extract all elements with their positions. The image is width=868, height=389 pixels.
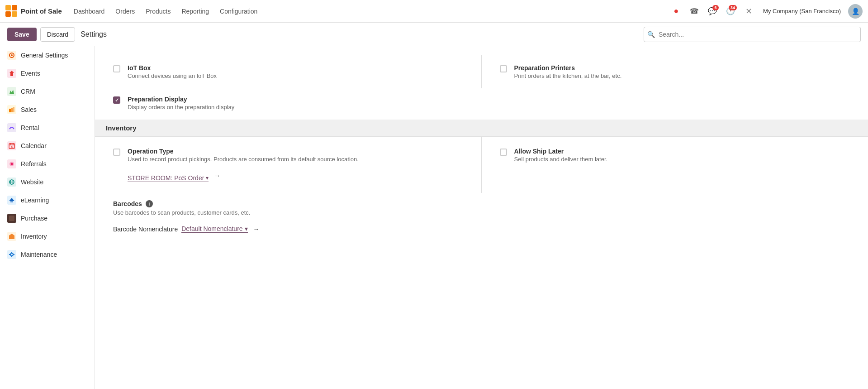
chat-badge: 6 <box>712 5 719 10</box>
svg-marker-22 <box>9 234 14 239</box>
iot-box-label: IoT Box <box>128 64 463 72</box>
sidebar-item-general-settings[interactable]: General Settings <box>0 46 95 64</box>
navbar: Point of Sale Dashboard Orders Products … <box>0 0 868 23</box>
svg-point-23 <box>10 253 13 256</box>
sidebar-item-calendar[interactable]: 31 Calendar <box>0 137 95 155</box>
close-icon[interactable]: ✕ <box>741 4 756 19</box>
svg-rect-2 <box>5 11 11 17</box>
clock-icon[interactable]: 🕐 34 <box>723 4 738 19</box>
iot-box-desc: Connect devices using an IoT Box <box>128 72 463 79</box>
navbar-icons: ● ☎ 💬 6 🕐 34 ✕ My Company (San Francisco… <box>669 4 863 19</box>
nav-dashboard[interactable]: Dashboard <box>69 5 109 18</box>
elearning-icon <box>7 196 16 205</box>
sidebar-label-inventory: Inventory <box>21 233 47 240</box>
phone-icon[interactable]: ☎ <box>687 4 702 19</box>
prep-printers-info: Preparation Printers Print orders at the… <box>514 64 850 79</box>
svg-rect-8 <box>13 107 14 112</box>
sidebar-item-purchase[interactable]: Purchase <box>0 209 95 227</box>
user-avatar[interactable]: 👤 <box>848 4 863 19</box>
barcodes-info-icon[interactable]: i <box>146 200 153 207</box>
sidebar-label-events: Events <box>21 70 40 77</box>
sidebar-label-calendar: Calendar <box>21 142 47 149</box>
rental-icon <box>7 123 16 132</box>
iot-box-checkbox[interactable] <box>113 65 120 72</box>
allow-ship-label: Allow Ship Later <box>514 148 850 155</box>
svg-rect-21 <box>9 216 14 221</box>
chat-icon[interactable]: 💬 6 <box>705 4 720 19</box>
logo-icon <box>5 5 18 18</box>
clock-badge: 34 <box>729 5 737 10</box>
store-room-value: STORE ROOM: PoS Order <box>128 174 204 182</box>
sidebar-item-crm[interactable]: CRM <box>0 82 95 101</box>
svg-rect-3 <box>12 11 17 17</box>
svg-rect-0 <box>5 5 11 10</box>
sidebar-item-inventory[interactable]: Inventory <box>0 227 95 245</box>
dropdown-arrow-icon: ▾ <box>206 175 209 181</box>
top-settings: IoT Box Connect devices using an IoT Box… <box>95 46 868 120</box>
search-bar: 🔍 <box>644 27 861 42</box>
sidebar-label-sales: Sales <box>21 106 37 113</box>
sidebar-item-maintenance[interactable]: Maintenance <box>0 245 95 264</box>
prep-display-info: Preparation Display Display orders on th… <box>128 96 850 110</box>
sidebar-item-sales[interactable]: Sales <box>0 101 95 119</box>
svg-rect-1 <box>12 5 17 10</box>
sidebar: General Settings Events CRM Sales Rental <box>0 46 95 389</box>
sidebar-label-rental: Rental <box>21 124 39 131</box>
inventory-section-header: Inventory <box>95 120 868 137</box>
nav-orders[interactable]: Orders <box>111 5 139 18</box>
barcodes-header-row: Barcodes i <box>95 193 868 209</box>
nomenclature-ext-link-icon[interactable]: → <box>253 226 260 233</box>
svg-point-5 <box>11 54 13 56</box>
crm-icon <box>7 87 16 96</box>
sidebar-item-events[interactable]: Events <box>0 64 95 82</box>
prep-printers-label: Preparation Printers <box>514 64 850 72</box>
nav-configuration[interactable]: Configuration <box>215 5 262 18</box>
discard-button[interactable]: Discard <box>40 27 75 42</box>
inventory-icon <box>7 232 16 241</box>
prep-printers-checkbox[interactable] <box>500 65 507 72</box>
external-link-icon[interactable]: → <box>214 172 220 179</box>
prep-display-row: Preparation Display Display orders on th… <box>95 88 868 120</box>
prep-printers-desc: Print orders at the kitchen, at the bar,… <box>514 72 850 79</box>
operation-type-label: Operation Type <box>128 148 463 155</box>
sales-icon <box>7 105 16 114</box>
prep-display-checkbox[interactable] <box>113 96 120 104</box>
app-title: Point of Sale <box>21 7 62 15</box>
store-room-dropdown[interactable]: STORE ROOM: PoS Order ▾ <box>128 174 209 182</box>
sidebar-item-elearning[interactable]: eLearning <box>0 191 95 209</box>
nav-reporting[interactable]: Reporting <box>177 5 213 18</box>
iot-box-info: IoT Box Connect devices using an IoT Box <box>128 64 463 79</box>
website-icon <box>7 178 16 187</box>
toolbar: Save Discard Settings 🔍 <box>0 23 868 46</box>
app-logo[interactable]: Point of Sale <box>5 5 62 18</box>
nomenclature-arrow-icon: ▾ <box>245 225 248 232</box>
allow-ship-checkbox[interactable] <box>500 149 507 156</box>
nomenclature-label: Barcode Nomenclature <box>113 226 178 233</box>
operation-type-checkbox[interactable] <box>113 149 120 156</box>
allow-ship-col: Allow Ship Later Sell products and deliv… <box>482 137 868 193</box>
operation-type-desc: Used to record product pickings. Product… <box>128 156 463 163</box>
store-room-row: STORE ROOM: PoS Order ▾ → <box>128 169 463 182</box>
sidebar-label-general: General Settings <box>21 52 68 59</box>
sidebar-label-website: Website <box>21 178 43 186</box>
sidebar-label-crm: CRM <box>21 88 35 95</box>
inventory-two-col: Operation Type Used to record product pi… <box>95 137 868 193</box>
svg-point-15 <box>11 163 13 165</box>
svg-marker-19 <box>9 198 14 201</box>
search-input[interactable] <box>644 27 861 42</box>
svg-rect-6 <box>9 109 11 112</box>
content-area: IoT Box Connect devices using an IoT Box… <box>95 46 868 389</box>
save-button[interactable]: Save <box>7 28 37 41</box>
search-icon: 🔍 <box>647 31 655 38</box>
company-name[interactable]: My Company (San Francisco) <box>759 8 844 14</box>
operation-type-col: Operation Type Used to record product pi… <box>95 137 482 193</box>
nomenclature-value: Default Nomenclature <box>181 225 242 232</box>
nav-products[interactable]: Products <box>141 5 175 18</box>
sidebar-item-referrals[interactable]: Referrals <box>0 155 95 173</box>
sidebar-item-rental[interactable]: Rental <box>0 119 95 137</box>
barcodes-label: Barcodes <box>113 200 142 207</box>
nomenclature-dropdown[interactable]: Default Nomenclature ▾ <box>181 225 247 233</box>
sidebar-item-website[interactable]: Website <box>0 173 95 191</box>
record-button[interactable]: ● <box>669 4 683 19</box>
sidebar-label-referrals: Referrals <box>21 160 47 168</box>
